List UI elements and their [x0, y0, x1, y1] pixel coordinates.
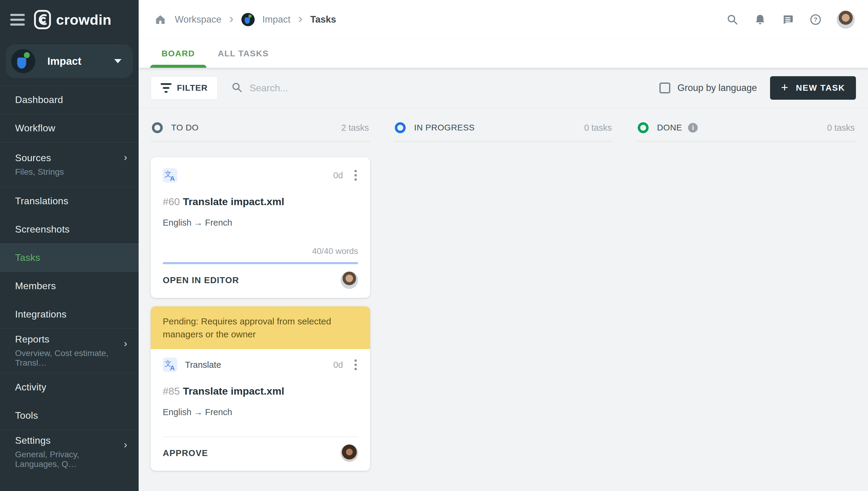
- card-menu-kebab-icon[interactable]: [353, 358, 358, 371]
- breadcrumb-project-logo: [242, 13, 255, 26]
- card-60-header: 文A 0d: [151, 157, 370, 182]
- done-status-icon: [638, 122, 649, 133]
- kanban-board: TO DO 2 tasks 文A 0d: [139, 109, 868, 491]
- new-task-button[interactable]: + NEW TASK: [770, 76, 856, 100]
- messages-icon[interactable]: [781, 13, 794, 26]
- card-60-progress-bar: [163, 262, 358, 264]
- sidebar-header: crowdin: [0, 0, 139, 39]
- translate-task-icon: 文A: [163, 357, 177, 372]
- sidebar-item-tools[interactable]: Tools: [0, 401, 139, 430]
- search-box: [231, 81, 406, 94]
- todo-status-icon: [152, 122, 163, 133]
- assignee-avatar[interactable]: [341, 271, 358, 289]
- breadcrumb: Workspace › Impact › Tasks: [154, 12, 336, 27]
- task-name: Translate impact.xml: [183, 196, 284, 207]
- due-badge: 0d: [333, 171, 343, 180]
- brand-name: crowdin: [56, 11, 112, 28]
- task-id: #85: [163, 385, 180, 397]
- svg-text:?: ?: [814, 16, 818, 23]
- sidebar-item-sources[interactable]: Sources Files, Strings ›: [0, 142, 139, 187]
- group-by-language-label[interactable]: Group by language: [677, 83, 757, 93]
- column-in-progress-header: IN PROGRESS 0 tasks: [394, 120, 613, 142]
- card-85-title: #85Translate impact.xml: [151, 385, 370, 397]
- breadcrumb-workspace[interactable]: Workspace: [175, 14, 222, 25]
- app-root: crowdin Impact Dashboard Workflow Source…: [0, 0, 868, 491]
- card-menu-kebab-icon[interactable]: [353, 169, 358, 182]
- svg-text:A: A: [170, 175, 175, 181]
- sidebar-item-sources-subtitle: Files, Strings: [15, 167, 123, 177]
- project-selector[interactable]: Impact: [6, 45, 133, 78]
- sidebar-item-translations[interactable]: Translations: [0, 187, 139, 215]
- sidebar-item-workflow[interactable]: Workflow: [0, 114, 139, 142]
- task-card-60[interactable]: 文A 0d #60Translate impact.xml English: [151, 157, 370, 298]
- group-by-language-checkbox[interactable]: [660, 83, 670, 93]
- column-todo-header: TO DO 2 tasks: [151, 120, 370, 142]
- plus-icon: +: [781, 81, 788, 93]
- column-done: DONE i 0 tasks: [637, 120, 856, 480]
- card-85-footer: APPROVE: [151, 437, 370, 471]
- assignee-avatar[interactable]: [341, 444, 358, 462]
- sidebar-item-screenshots[interactable]: Screenshots: [0, 215, 139, 243]
- search-icon[interactable]: [726, 13, 739, 26]
- sidebar-item-integrations[interactable]: Integrations: [0, 300, 139, 328]
- sidebar-item-settings[interactable]: Settings General, Privacy, Languages, Q……: [0, 430, 139, 474]
- svg-text:A: A: [170, 364, 175, 371]
- approve-button[interactable]: APPROVE: [163, 448, 208, 458]
- open-in-editor-button[interactable]: OPEN IN EDITOR: [163, 275, 239, 285]
- content-area: FILTER Group by language + NEW TASK: [139, 68, 868, 491]
- crowdin-logo[interactable]: crowdin: [34, 10, 112, 30]
- sidebar-item-activity[interactable]: Activity: [0, 373, 139, 401]
- task-name: Translate impact.xml: [183, 385, 284, 397]
- topbar-actions: ?: [726, 10, 855, 29]
- pending-approval-banner: Pending: Requires approval from selected…: [151, 306, 370, 349]
- task-id: #60: [163, 196, 180, 207]
- todo-count: 2 tasks: [341, 123, 369, 133]
- sidebar-nav: Dashboard Workflow Sources Files, String…: [0, 86, 139, 491]
- sidebar-item-reports-subtitle: Overview, Cost estimate, Transl…: [15, 348, 123, 368]
- toolbar-right: Group by language + NEW TASK: [660, 76, 856, 100]
- search-icon: [231, 81, 243, 94]
- chevron-right-icon: ›: [298, 12, 303, 27]
- chevron-right-icon: ›: [124, 338, 127, 348]
- user-avatar[interactable]: [837, 10, 855, 29]
- column-done-header: DONE i 0 tasks: [637, 120, 856, 142]
- sidebar-item-dashboard[interactable]: Dashboard: [0, 86, 139, 114]
- sidebar: crowdin Impact Dashboard Workflow Source…: [0, 0, 139, 491]
- chevron-right-icon: ›: [124, 152, 127, 162]
- column-todo: TO DO 2 tasks 文A 0d: [151, 120, 370, 480]
- task-card-85[interactable]: Pending: Requires approval from selected…: [151, 306, 370, 471]
- menu-hamburger-icon[interactable]: [10, 14, 25, 26]
- help-icon[interactable]: ?: [809, 13, 822, 26]
- card-85-languages: English → French: [151, 407, 370, 417]
- tab-board[interactable]: BOARD: [150, 39, 206, 68]
- notifications-bell-icon[interactable]: [754, 13, 767, 26]
- project-name: Impact: [47, 55, 114, 67]
- column-in-progress: IN PROGRESS 0 tasks: [394, 120, 613, 480]
- in-progress-status-icon: [395, 122, 406, 133]
- in-progress-count: 0 tasks: [584, 123, 612, 133]
- breadcrumb-page: Tasks: [310, 14, 336, 25]
- chevron-right-icon: ›: [229, 12, 233, 27]
- done-info-icon[interactable]: i: [688, 123, 698, 133]
- todo-cards: 文A 0d #60Translate impact.xml English: [151, 157, 370, 471]
- card-60-word-count: 40/40 words: [151, 247, 370, 256]
- card-60-languages: English → French: [151, 218, 370, 228]
- due-badge: 0d: [333, 360, 343, 370]
- chevron-down-icon: [114, 59, 121, 63]
- sidebar-item-members[interactable]: Members: [0, 272, 139, 300]
- sidebar-item-reports[interactable]: Reports Overview, Cost estimate, Transl……: [0, 328, 139, 373]
- card-60-title: #60Translate impact.xml: [151, 196, 370, 207]
- filter-button[interactable]: FILTER: [151, 76, 218, 100]
- chevron-right-icon: ›: [124, 439, 127, 450]
- search-input[interactable]: [250, 83, 406, 94]
- main-area: Workspace › Impact › Tasks: [139, 0, 868, 491]
- card-85-header: 文A Translate 0d: [151, 349, 370, 372]
- sidebar-item-tasks[interactable]: Tasks: [0, 243, 139, 272]
- filter-icon: [161, 83, 171, 93]
- active-tab-underline: [150, 65, 206, 68]
- breadcrumb-project[interactable]: Impact: [262, 14, 290, 25]
- project-logo: [11, 49, 35, 73]
- home-icon[interactable]: [154, 13, 167, 26]
- tab-all-tasks[interactable]: ALL TASKS: [206, 39, 280, 68]
- task-type-label: Translate: [185, 360, 221, 370]
